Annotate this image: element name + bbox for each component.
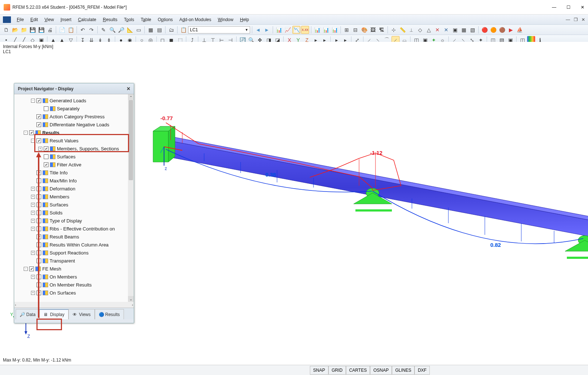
collapse-icon[interactable]: - xyxy=(31,99,35,103)
menu-view[interactable]: View xyxy=(42,16,57,24)
tree-row[interactable]: -Results xyxy=(16,129,132,137)
status-cell-grid[interactable]: GRID xyxy=(328,366,346,375)
hscroll-right-icon[interactable]: › xyxy=(132,303,133,307)
checkbox[interactable] xyxy=(36,186,41,191)
tree-row[interactable]: +Solids xyxy=(16,209,132,217)
next-lc-button[interactable]: ► xyxy=(263,26,271,34)
checkbox[interactable] xyxy=(44,154,48,159)
status-cell-osnap[interactable]: OSNAP xyxy=(370,366,392,375)
checkbox[interactable] xyxy=(36,170,41,175)
expand-icon[interactable]: + xyxy=(31,203,35,207)
layer2-button[interactable]: ▦ xyxy=(460,26,468,34)
diagram1-button[interactable]: 📊 xyxy=(313,26,321,34)
expand-icon[interactable]: + xyxy=(31,291,35,295)
grid2-button[interactable]: ▤ xyxy=(155,26,163,34)
undo-button[interactable]: ↶ xyxy=(79,26,87,34)
measure-button[interactable]: 📐 xyxy=(126,26,134,34)
cross2-button[interactable]: ✕ xyxy=(442,26,450,34)
checkbox[interactable] xyxy=(36,210,41,215)
ortho-button[interactable]: ⟂ xyxy=(407,26,415,34)
tree-row[interactable]: +Ribs - Effective Contribution on xyxy=(16,225,132,233)
checkbox[interactable] xyxy=(36,250,41,255)
cross-button[interactable]: ✕ xyxy=(433,26,441,34)
collapse-icon[interactable]: - xyxy=(24,267,28,271)
checkbox[interactable] xyxy=(36,275,41,279)
tab-data[interactable]: 🔎Data xyxy=(16,309,39,319)
tab-results[interactable]: 🔵Results xyxy=(95,309,124,319)
expand-icon[interactable]: + xyxy=(38,147,42,151)
mdi-close-icon[interactable]: ✕ xyxy=(581,17,585,22)
render3-button[interactable]: 🏗 xyxy=(378,26,386,34)
checkbox[interactable] xyxy=(36,283,41,287)
dim-button[interactable]: 📏 xyxy=(398,26,406,34)
render-button[interactable]: 🎨 xyxy=(360,26,368,34)
open2-button[interactable]: 📁 xyxy=(20,26,28,34)
tree-row[interactable]: Results Within Column Area xyxy=(16,241,132,249)
checkbox[interactable] xyxy=(36,242,41,247)
layer-icon-button[interactable]: ▣ xyxy=(451,26,459,34)
snap2-button[interactable]: △ xyxy=(425,26,433,34)
new-button[interactable]: 🗋 xyxy=(2,26,10,34)
loadcase-select[interactable]: LC1 ▼ xyxy=(188,26,250,33)
menu-options[interactable]: Options xyxy=(155,16,176,24)
tree-row[interactable]: +On Surfaces xyxy=(16,289,132,297)
menu-tools[interactable]: Tools xyxy=(121,16,137,24)
mesh-button[interactable]: ⊞ xyxy=(343,26,351,34)
checkbox[interactable] xyxy=(36,114,41,119)
print-button[interactable]: 🖨 xyxy=(46,26,54,34)
scroll-up-icon[interactable]: ⌃ xyxy=(128,94,134,100)
checkbox[interactable] xyxy=(36,178,41,183)
layer3-button[interactable]: ▧ xyxy=(468,26,476,34)
saveall-button[interactable]: 💾 xyxy=(37,26,45,34)
tree-row[interactable]: Title Info xyxy=(16,169,132,177)
tab-views[interactable]: 👁Views xyxy=(69,309,95,319)
steel-button[interactable]: 🔴 xyxy=(480,26,488,34)
menu-help[interactable]: Help xyxy=(237,16,252,24)
checkbox[interactable] xyxy=(44,146,48,151)
checkbox[interactable] xyxy=(36,218,41,223)
tree-row[interactable]: +Members xyxy=(16,193,132,201)
status-cell-dxf[interactable]: DXF xyxy=(414,366,430,375)
menu-insert[interactable]: Insert xyxy=(58,16,74,24)
edit-button[interactable]: ✎ xyxy=(100,26,108,34)
checkbox[interactable] xyxy=(36,98,41,103)
checkbox[interactable] xyxy=(44,106,48,111)
collapse-icon[interactable]: - xyxy=(24,131,28,135)
render2-button[interactable]: 🖼 xyxy=(369,26,377,34)
status-cell-snap[interactable]: SNAP xyxy=(310,366,328,375)
diagram2-button[interactable]: 📊 xyxy=(322,26,330,34)
wind-button[interactable]: ⛵ xyxy=(515,26,523,34)
tree-row[interactable]: +Type of Display xyxy=(16,217,132,225)
show-results-button[interactable]: 📉 xyxy=(292,26,300,34)
scroll-thumb[interactable] xyxy=(129,100,133,180)
mdi-restore-icon[interactable]: ❐ xyxy=(574,17,578,22)
tree-row[interactable]: +Members, Supports, Sections xyxy=(16,145,132,153)
select-button[interactable]: ▭ xyxy=(135,26,143,34)
tree-row[interactable]: Transparent xyxy=(16,257,132,265)
calc-button[interactable]: 📊 xyxy=(275,26,283,34)
save-button[interactable]: 💾 xyxy=(28,26,36,34)
navigator-scrollbar[interactable]: ⌃ ⌄ xyxy=(128,94,134,302)
navigator-close-button[interactable]: × xyxy=(127,86,130,92)
checkbox[interactable] xyxy=(36,291,41,295)
close-button[interactable]: ✕ xyxy=(581,5,584,10)
results-toggle-button[interactable]: 📈 xyxy=(284,26,292,34)
tree-row[interactable]: Max/Min Info xyxy=(16,177,132,185)
navigator-hscroll[interactable]: ‹ › xyxy=(14,302,134,308)
redo-button[interactable]: ↷ xyxy=(87,26,96,34)
expand-icon[interactable]: + xyxy=(31,211,35,215)
tree-row[interactable]: -Generated Loads xyxy=(16,96,132,104)
checkbox[interactable] xyxy=(44,162,48,167)
menu-edit[interactable]: Edit xyxy=(27,16,41,24)
mdi-minimize-icon[interactable]: — xyxy=(566,17,570,22)
checkbox[interactable] xyxy=(29,267,34,271)
axis-button[interactable]: ⊹ xyxy=(390,26,398,34)
fire-button[interactable]: ▶ xyxy=(507,26,515,34)
status-cell-cartes[interactable]: CARTES xyxy=(346,366,370,375)
show-values-button[interactable]: x.xx xyxy=(301,26,309,34)
menu-table[interactable]: Table xyxy=(138,16,154,24)
expand-icon[interactable]: + xyxy=(31,219,35,223)
checkbox[interactable] xyxy=(36,226,41,231)
mesh2-button[interactable]: ⊟ xyxy=(351,26,359,34)
prev-lc-button[interactable]: ◄ xyxy=(254,26,262,34)
